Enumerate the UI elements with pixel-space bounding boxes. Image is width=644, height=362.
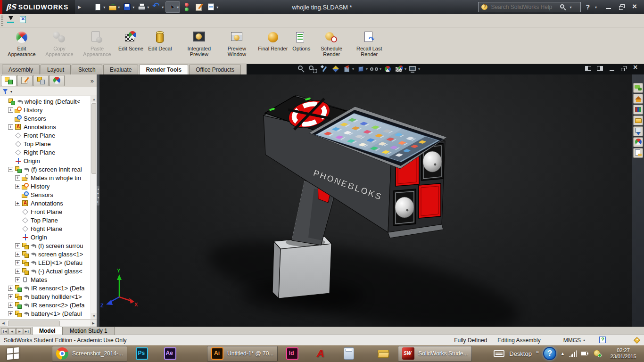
tree-item[interactable]: + IR sensor<1> (Defa <box>0 284 97 292</box>
tree-expander[interactable]: + <box>8 311 13 316</box>
task-pane-button[interactable] <box>633 137 643 147</box>
close-icon[interactable] <box>632 4 638 10</box>
task-pane-button[interactable] <box>633 94 643 104</box>
view-tool-button[interactable]: ▾ <box>408 65 420 74</box>
pane-right-icon[interactable] <box>596 65 604 72</box>
taskbar-app-button[interactable] <box>279 346 306 362</box>
dropdown-arrow-icon[interactable]: ▾ <box>352 67 354 71</box>
tree-item[interactable]: + screen glass<1> <box>0 250 97 258</box>
command-tab[interactable]: Layout <box>41 65 71 74</box>
dropdown-arrow-icon[interactable]: ▾ <box>366 67 368 71</box>
dropdown-arrow-icon[interactable]: ▾ <box>162 5 164 9</box>
motion-study-tab[interactable]: Motion Study 1 <box>63 327 115 335</box>
tree-expander[interactable]: + <box>8 107 13 113</box>
command-tab[interactable]: Render Tools <box>139 65 188 74</box>
menu-expand-icon[interactable]: ▶ <box>78 5 81 9</box>
tree-expander[interactable]: + <box>8 294 13 299</box>
help-search-box[interactable]: ▾ <box>478 2 581 12</box>
tree-expander[interactable]: + <box>8 286 13 291</box>
units-dropdown-icon[interactable]: ▴ <box>583 338 585 342</box>
taskbar-app-button[interactable] <box>157 346 184 362</box>
quickbar-button[interactable]: ▾ <box>206 2 219 12</box>
ribbon-button[interactable]: Edit Decal <box>146 29 174 52</box>
next-tab-icon[interactable]: ▶ <box>16 328 23 334</box>
tree-item[interactable]: + History <box>0 106 97 114</box>
toolbar-button[interactable] <box>5 14 17 27</box>
command-tab[interactable]: Sketch <box>72 65 102 74</box>
task-pane-button[interactable] <box>633 148 643 158</box>
quick-tips-icon[interactable] <box>599 337 606 344</box>
view-tool-button[interactable]: ▾ <box>356 65 368 74</box>
start-button[interactable] <box>0 345 25 362</box>
desktop-toolbar-label[interactable]: Desktop <box>509 350 532 357</box>
tree-item[interactable]: Top Plane <box>0 216 97 224</box>
toolbar-grip[interactable] <box>1 16 3 26</box>
vclose-icon[interactable] <box>632 65 639 72</box>
command-tab[interactable]: Evaluate <box>103 65 139 74</box>
taskbar-app-button[interactable]: Screenshot_2014-... <box>52 346 127 362</box>
taskbar-app-button[interactable]: Untitled-1* @ 70... <box>207 346 278 362</box>
ribbon-button[interactable]: Options <box>290 29 313 52</box>
ribbon-button[interactable]: Recall Last Render <box>350 29 388 58</box>
dropdown-arrow-icon[interactable]: ▾ <box>147 5 149 9</box>
quickbar-button[interactable]: ▾ <box>107 2 121 12</box>
panel-tab[interactable] <box>17 75 33 86</box>
panel-overflow-chevron[interactable]: » <box>89 77 96 84</box>
scroll-left-icon[interactable]: ◀ <box>0 320 7 327</box>
quickbar-button[interactable]: ▾ <box>136 2 150 12</box>
task-pane-button[interactable] <box>633 83 643 93</box>
taskbar-app-button[interactable] <box>307 346 334 362</box>
model-tab[interactable]: Model <box>32 327 63 335</box>
view-tool-button[interactable]: ▾ <box>331 65 340 74</box>
task-pane-button[interactable] <box>633 115 643 125</box>
vrestore-icon[interactable] <box>620 65 627 72</box>
tree-expander[interactable]: + <box>15 269 20 274</box>
ir-sensor-lens-bottom[interactable] <box>394 189 416 226</box>
tree-item[interactable]: + IR sensor<2> (Defa <box>0 301 97 309</box>
ribbon-button[interactable]: Copy Appearance <box>41 29 78 58</box>
tree-expander[interactable]: + <box>15 184 20 189</box>
tree-item[interactable]: Origin <box>0 156 97 165</box>
tree-item[interactable]: Top Plane <box>0 140 97 148</box>
dropdown-arrow-icon[interactable]: ▾ <box>118 5 120 9</box>
taskbar-app-button[interactable] <box>370 346 397 362</box>
tree-item[interactable]: Front Plane <box>0 207 97 216</box>
vmin-icon[interactable] <box>608 65 616 72</box>
battery-icon[interactable] <box>581 350 589 357</box>
view-tool-button[interactable]: ▾ <box>308 65 318 74</box>
minimize-icon[interactable] <box>605 4 612 10</box>
quickbar-button[interactable]: ▾ <box>181 2 192 12</box>
tree-expander[interactable]: + <box>15 243 20 248</box>
tree-item[interactable]: + battery holllder<1> <box>0 292 97 301</box>
view-tool-button[interactable]: ▾ <box>320 65 329 74</box>
tree-expander[interactable]: + <box>15 252 20 257</box>
taskbar-app-button[interactable]: SolidWorks Stude... <box>398 346 472 362</box>
task-pane-button[interactable] <box>633 126 643 136</box>
search-icon[interactable] <box>560 4 566 10</box>
restore-icon[interactable] <box>619 4 625 10</box>
tree-expander[interactable]: − <box>8 167 13 172</box>
scrollbar-thumb[interactable] <box>8 321 60 326</box>
taskbar-app-button[interactable] <box>128 346 156 362</box>
ribbon-button[interactable]: Integrated Preview <box>180 29 218 58</box>
help-icon[interactable]: ? <box>586 3 590 11</box>
tree-item[interactable]: + Annotations <box>0 199 97 207</box>
view-tool-button[interactable]: ▾ <box>297 65 306 74</box>
taskbar-app-button[interactable] <box>335 346 363 362</box>
tree-item[interactable]: − (f) screen innit real <box>0 165 97 173</box>
tree-item[interactable]: + LED]<1> (Defau <box>0 258 97 267</box>
network-signal-icon[interactable] <box>569 350 577 357</box>
tree-expander[interactable]: + <box>15 277 20 282</box>
tree-item[interactable]: + (-) Actual glass< <box>0 267 97 275</box>
scrollbar-thumb[interactable] <box>91 103 96 174</box>
taskbar-clock[interactable]: 02:27 23/01/2015 <box>606 347 640 360</box>
tree-item[interactable]: + battery<1> (Defaul <box>0 309 97 318</box>
dropdown-arrow-icon[interactable]: ▾ <box>418 67 420 71</box>
tags-icon[interactable] <box>634 337 640 344</box>
quickbar-button[interactable]: ▾ <box>122 2 135 12</box>
tree-item[interactable]: + Annotations <box>0 123 97 131</box>
tree-item[interactable]: + Mates in whojle tin <box>0 173 97 182</box>
tree-item[interactable]: Sensors <box>0 114 97 123</box>
command-tab[interactable]: Assembly <box>2 65 40 74</box>
tree-item[interactable]: + (f) screen surrou <box>0 241 97 250</box>
